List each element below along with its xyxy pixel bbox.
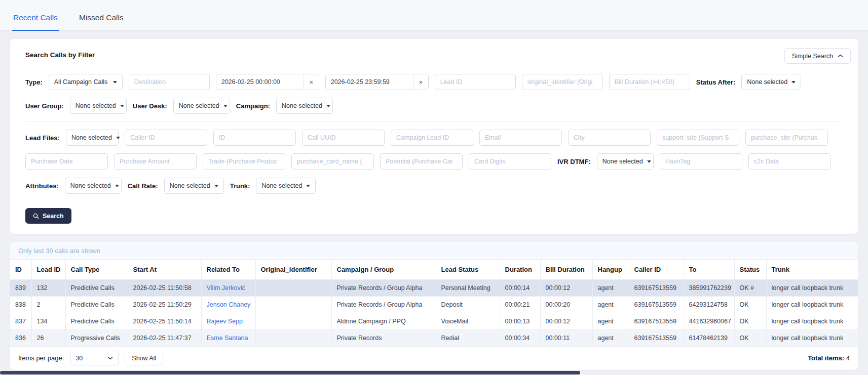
cell-campaign-group: Aldrine Campaign / PPQ [331,313,436,330]
caller-id-input[interactable] [125,130,207,146]
items-per-page-select[interactable]: 30 [70,351,119,365]
cell-call-type: Predictive Calls [65,313,128,330]
tab-missed-calls[interactable]: Missed Calls [78,0,125,30]
date-to-input[interactable] [326,74,413,90]
cell-original-identifier [255,280,331,297]
ivr-dtmf-select[interactable]: None selected [597,153,654,170]
id-input[interactable] [213,130,296,146]
column-header-related-to: Related To [201,260,255,280]
column-header-trunk: Trunk [766,260,858,280]
search-icon [33,213,39,219]
purchase-card-name-input[interactable] [291,153,374,170]
search-panel-header: Search Calls by Filter Simple Search [17,48,851,64]
cell-bill-duration: 00:00:12 [540,313,592,330]
column-header-lead-id: Lead ID [31,260,65,280]
cell-to: 64293124758 [684,297,734,313]
related-to-link[interactable]: Esme Santana [207,335,248,342]
type-select[interactable]: All Campaign Calls [49,74,123,90]
cell-call-type: Progressive Calls [65,330,128,347]
user-desk-select[interactable]: None selected [173,98,230,114]
related-to-link[interactable]: Vilim Jerković [207,284,245,291]
caret-down-icon [326,105,330,107]
city-input[interactable] [568,130,651,146]
lead-id-input[interactable] [435,74,516,90]
caret-down-icon [116,137,120,139]
lead-files-select[interactable]: None selected [66,130,119,146]
trade-input[interactable] [203,153,285,170]
status-after-select[interactable]: None selected [741,74,801,90]
cell-call-type: Predictive Calls [65,280,128,297]
cell-bill-duration: 00:00:12 [540,280,592,297]
search-panel-title: Search Calls by Filter [17,48,103,59]
table-row: 839 132 Predictive Calls 2026-02-25 11:5… [10,280,858,297]
clear-date-to-button[interactable]: × [413,74,428,90]
column-header-original-identifier: Original_identifier [255,260,331,280]
purchase-amount-input[interactable] [114,153,197,170]
attributes-select[interactable]: None selected [65,178,122,194]
card-digits-input[interactable] [469,153,551,170]
hashtag-input[interactable] [660,153,742,170]
search-button[interactable]: Search [25,208,71,224]
column-header-campaign-group: Campaign / Group [331,260,436,280]
show-all-button[interactable]: Show All [125,351,163,365]
chevron-down-icon [107,356,113,360]
cell-related-to: Vilim Jerković [201,280,255,297]
tab-recent-calls[interactable]: Recent Calls [12,0,59,31]
cell-duration: 00:00:14 [500,280,540,297]
caret-down-icon [647,160,651,163]
user-desk-select-value: None selected [179,102,219,109]
items-per-page-label: Items per page: [18,354,64,362]
table-row: 837 134 Predictive Calls 2026-02-25 11:5… [10,313,858,330]
column-header-bill-duration: Bill Duration [540,260,592,280]
cell-caller-id: 639167513559 [629,313,684,330]
items-per-page-value: 30 [76,355,83,362]
email-input[interactable] [479,130,562,146]
cell-lead-status: Redial [436,330,500,347]
call-uuid-input[interactable] [302,130,385,146]
column-header-start-at: Start At [128,260,201,280]
call-rate-select[interactable]: None selected [164,178,224,194]
call-rate-select-value: None selected [170,182,210,189]
cell-lead-status: VoiceMail [436,313,500,330]
original-identifier-input[interactable] [522,74,603,90]
cell-trunk: longer call loopback trunk [766,313,858,330]
table-footer: Items per page: 30 Show All Total items:… [10,346,858,370]
support-site-input[interactable] [657,130,739,146]
total-items: Total items: 4 [808,354,850,362]
type-select-value: All Campaign Calls [54,78,108,86]
cell-hangup: agent [592,313,629,330]
cell-status: OK [734,313,766,330]
trunk-select[interactable]: None selected [256,178,316,194]
purchase-date-input[interactable] [25,153,108,170]
campaign-select[interactable]: None selected [276,98,333,114]
cell-lead-id: 2 [31,297,65,313]
cell-start-at: 2026-02-25 11:50:14 [128,313,201,330]
calls-table: ID Lead ID Call Type Start At Related To… [10,259,858,346]
c2c-data-input[interactable] [748,153,831,170]
date-from-input[interactable] [216,74,304,90]
cell-status: OK [734,297,766,313]
ivr-dtmf-select-value: None selected [602,158,643,165]
attributes-label: Attributes: [25,182,59,190]
bill-duration-input[interactable] [609,74,690,90]
column-header-call-type: Call Type [65,260,128,280]
clear-date-from-button[interactable]: × [304,74,319,90]
attributes-select-value: None selected [70,182,111,189]
cell-duration: 00:00:34 [500,330,540,347]
cell-lead-id: 26 [31,330,65,347]
potential-input[interactable] [380,153,463,170]
table-row: 838 2 Predictive Calls 2026-02-25 11:50:… [10,297,858,313]
cell-duration: 00:00:21 [500,297,540,313]
cell-lead-id: 134 [31,313,65,330]
destination-input[interactable] [129,74,210,90]
related-to-link[interactable]: Rajeev Sepp [207,318,243,325]
related-to-link[interactable]: Jenson Chaney [207,301,251,308]
simple-search-toggle-button[interactable]: Simple Search [784,48,851,64]
purchase-site-input[interactable] [745,130,828,146]
trunk-label: Trunk: [230,182,250,190]
horizontal-scrollbar-thumb[interactable] [0,371,580,374]
cell-trunk: longer call loopback trunk [766,330,858,347]
campaign-lead-id-input[interactable] [391,130,473,146]
column-header-duration: Duration [500,260,540,280]
user-group-select[interactable]: None selected [70,98,127,114]
